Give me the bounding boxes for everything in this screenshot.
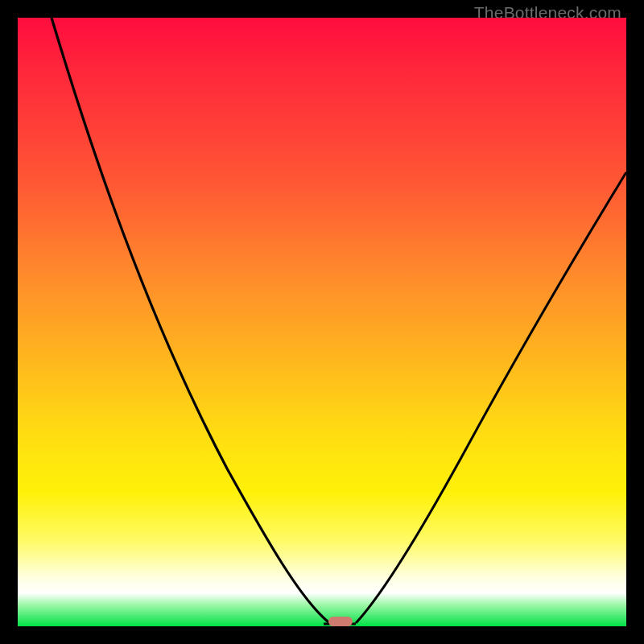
curve-left-arm — [52, 18, 340, 624]
curve-right-arm — [356, 172, 626, 623]
plot-area — [18, 18, 626, 626]
min-marker — [328, 617, 353, 626]
bottleneck-curve — [18, 18, 626, 626]
chart-frame: TheBottleneck.com — [0, 0, 644, 644]
